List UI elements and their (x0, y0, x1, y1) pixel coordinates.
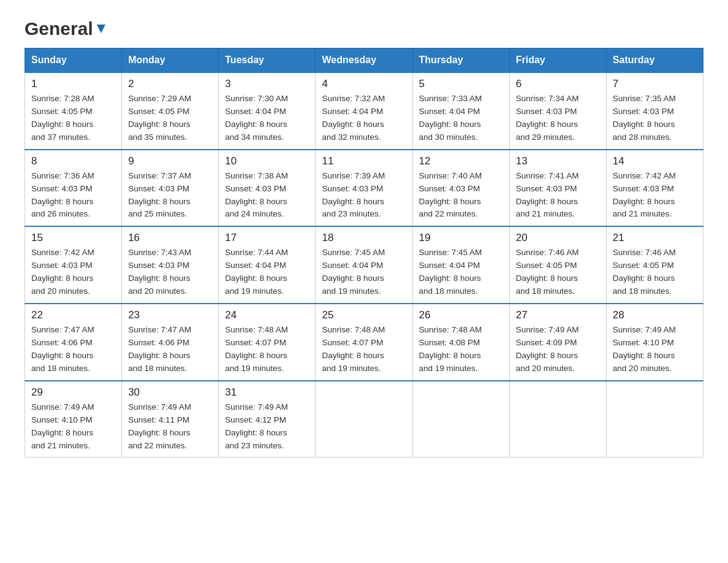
header-friday: Friday (509, 48, 606, 73)
day-info: Sunrise: 7:33 AMSunset: 4:04 PMDaylight:… (419, 93, 503, 144)
day-info: Sunrise: 7:49 AMSunset: 4:12 PMDaylight:… (225, 401, 309, 453)
day-info: Sunrise: 7:49 AMSunset: 4:09 PMDaylight:… (516, 324, 600, 375)
day-info: Sunrise: 7:29 AMSunset: 4:05 PMDaylight:… (128, 93, 212, 144)
header-tuesday: Tuesday (219, 48, 316, 73)
day-number: 29 (31, 386, 115, 399)
day-number: 18 (322, 232, 406, 244)
week-row-3: 15Sunrise: 7:42 AMSunset: 4:03 PMDayligh… (25, 226, 703, 304)
day-info: Sunrise: 7:49 AMSunset: 4:10 PMDaylight:… (31, 401, 115, 453)
day-number: 21 (613, 232, 697, 244)
week-row-5: 29Sunrise: 7:49 AMSunset: 4:10 PMDayligh… (25, 381, 703, 458)
day-number: 28 (613, 309, 697, 321)
calendar-header-row: SundayMondayTuesdayWednesdayThursdayFrid… (25, 48, 703, 73)
calendar-cell: 3Sunrise: 7:30 AMSunset: 4:04 PMDaylight… (219, 72, 316, 150)
week-row-4: 22Sunrise: 7:47 AMSunset: 4:06 PMDayligh… (25, 304, 703, 381)
calendar-cell: 9Sunrise: 7:37 AMSunset: 4:03 PMDaylight… (122, 150, 219, 227)
day-info: Sunrise: 7:42 AMSunset: 4:03 PMDaylight:… (613, 170, 697, 221)
day-number: 30 (128, 386, 212, 399)
day-info: Sunrise: 7:46 AMSunset: 4:05 PMDaylight:… (613, 247, 697, 298)
calendar-cell (606, 381, 703, 458)
header-thursday: Thursday (412, 48, 509, 73)
calendar-cell: 13Sunrise: 7:41 AMSunset: 4:03 PMDayligh… (509, 150, 606, 227)
logo-general-text: General (25, 18, 93, 39)
calendar-cell: 16Sunrise: 7:43 AMSunset: 4:03 PMDayligh… (122, 226, 219, 304)
calendar-cell: 30Sunrise: 7:49 AMSunset: 4:11 PMDayligh… (122, 381, 219, 458)
day-number: 16 (128, 232, 212, 244)
calendar-cell: 14Sunrise: 7:42 AMSunset: 4:03 PMDayligh… (606, 150, 703, 227)
svg-marker-0 (97, 25, 105, 33)
day-info: Sunrise: 7:48 AMSunset: 4:07 PMDaylight:… (225, 324, 309, 375)
calendar-cell (509, 381, 606, 458)
day-number: 5 (419, 78, 503, 90)
day-number: 13 (516, 155, 600, 167)
calendar-cell: 2Sunrise: 7:29 AMSunset: 4:05 PMDaylight… (122, 72, 219, 150)
calendar-cell: 25Sunrise: 7:48 AMSunset: 4:07 PMDayligh… (316, 304, 412, 381)
day-info: Sunrise: 7:43 AMSunset: 4:03 PMDaylight:… (128, 247, 212, 298)
day-info: Sunrise: 7:38 AMSunset: 4:03 PMDaylight:… (225, 170, 309, 221)
day-info: Sunrise: 7:39 AMSunset: 4:03 PMDaylight:… (322, 170, 406, 221)
day-info: Sunrise: 7:47 AMSunset: 4:06 PMDaylight:… (31, 324, 115, 375)
day-info: Sunrise: 7:35 AMSunset: 4:03 PMDaylight:… (613, 93, 697, 144)
calendar-cell: 4Sunrise: 7:32 AMSunset: 4:04 PMDaylight… (316, 72, 412, 150)
header-wednesday: Wednesday (316, 48, 412, 73)
logo-triangle-icon (94, 22, 108, 36)
day-number: 17 (225, 232, 309, 244)
day-number: 19 (419, 232, 503, 244)
day-number: 12 (419, 155, 503, 167)
day-info: Sunrise: 7:45 AMSunset: 4:04 PMDaylight:… (419, 247, 503, 298)
calendar-cell: 5Sunrise: 7:33 AMSunset: 4:04 PMDaylight… (412, 72, 509, 150)
header-sunday: Sunday (25, 48, 122, 73)
calendar-cell: 15Sunrise: 7:42 AMSunset: 4:03 PMDayligh… (25, 226, 122, 304)
day-number: 2 (128, 78, 212, 90)
day-info: Sunrise: 7:47 AMSunset: 4:06 PMDaylight:… (128, 324, 212, 375)
calendar-cell: 7Sunrise: 7:35 AMSunset: 4:03 PMDaylight… (606, 72, 703, 150)
day-number: 3 (225, 78, 309, 90)
calendar-cell (316, 381, 412, 458)
calendar-cell: 11Sunrise: 7:39 AMSunset: 4:03 PMDayligh… (316, 150, 412, 227)
day-number: 9 (128, 155, 212, 167)
calendar-cell: 23Sunrise: 7:47 AMSunset: 4:06 PMDayligh… (122, 304, 219, 381)
day-info: Sunrise: 7:48 AMSunset: 4:07 PMDaylight:… (322, 324, 406, 375)
calendar-table: SundayMondayTuesdayWednesdayThursdayFrid… (25, 48, 703, 458)
calendar-cell: 27Sunrise: 7:49 AMSunset: 4:09 PMDayligh… (509, 304, 606, 381)
day-number: 4 (322, 78, 406, 90)
calendar-cell: 21Sunrise: 7:46 AMSunset: 4:05 PMDayligh… (606, 226, 703, 304)
day-number: 11 (322, 155, 406, 167)
day-number: 24 (225, 309, 309, 321)
calendar-cell: 19Sunrise: 7:45 AMSunset: 4:04 PMDayligh… (412, 226, 509, 304)
week-row-1: 1Sunrise: 7:28 AMSunset: 4:05 PMDaylight… (25, 72, 703, 150)
day-info: Sunrise: 7:42 AMSunset: 4:03 PMDaylight:… (31, 247, 115, 298)
calendar-cell: 18Sunrise: 7:45 AMSunset: 4:04 PMDayligh… (316, 226, 412, 304)
day-info: Sunrise: 7:49 AMSunset: 4:11 PMDaylight:… (128, 401, 212, 453)
calendar-cell: 22Sunrise: 7:47 AMSunset: 4:06 PMDayligh… (25, 304, 122, 381)
calendar-cell: 31Sunrise: 7:49 AMSunset: 4:12 PMDayligh… (219, 381, 316, 458)
day-number: 22 (31, 309, 115, 321)
calendar-cell: 24Sunrise: 7:48 AMSunset: 4:07 PMDayligh… (219, 304, 316, 381)
day-info: Sunrise: 7:49 AMSunset: 4:10 PMDaylight:… (613, 324, 697, 375)
day-number: 10 (225, 155, 309, 167)
day-number: 6 (516, 78, 600, 90)
day-info: Sunrise: 7:28 AMSunset: 4:05 PMDaylight:… (31, 93, 115, 144)
calendar-cell: 28Sunrise: 7:49 AMSunset: 4:10 PMDayligh… (606, 304, 703, 381)
header-saturday: Saturday (606, 48, 703, 73)
day-info: Sunrise: 7:45 AMSunset: 4:04 PMDaylight:… (322, 247, 406, 298)
day-number: 31 (225, 386, 309, 399)
day-info: Sunrise: 7:44 AMSunset: 4:04 PMDaylight:… (225, 247, 309, 298)
calendar-cell: 20Sunrise: 7:46 AMSunset: 4:05 PMDayligh… (509, 226, 606, 304)
calendar-cell: 12Sunrise: 7:40 AMSunset: 4:03 PMDayligh… (412, 150, 509, 227)
day-number: 20 (516, 232, 600, 244)
day-info: Sunrise: 7:30 AMSunset: 4:04 PMDaylight:… (225, 93, 309, 144)
day-info: Sunrise: 7:32 AMSunset: 4:04 PMDaylight:… (322, 93, 406, 144)
day-number: 27 (516, 309, 600, 321)
calendar-cell: 26Sunrise: 7:48 AMSunset: 4:08 PMDayligh… (412, 304, 509, 381)
page-header: General (25, 18, 703, 36)
day-info: Sunrise: 7:36 AMSunset: 4:03 PMDaylight:… (31, 170, 115, 221)
day-number: 14 (613, 155, 697, 167)
calendar-cell: 10Sunrise: 7:38 AMSunset: 4:03 PMDayligh… (219, 150, 316, 227)
day-info: Sunrise: 7:48 AMSunset: 4:08 PMDaylight:… (419, 324, 503, 375)
calendar-cell: 1Sunrise: 7:28 AMSunset: 4:05 PMDaylight… (25, 72, 122, 150)
calendar-cell: 6Sunrise: 7:34 AMSunset: 4:03 PMDaylight… (509, 72, 606, 150)
header-monday: Monday (122, 48, 219, 73)
day-info: Sunrise: 7:46 AMSunset: 4:05 PMDaylight:… (516, 247, 600, 298)
day-info: Sunrise: 7:41 AMSunset: 4:03 PMDaylight:… (516, 170, 600, 221)
